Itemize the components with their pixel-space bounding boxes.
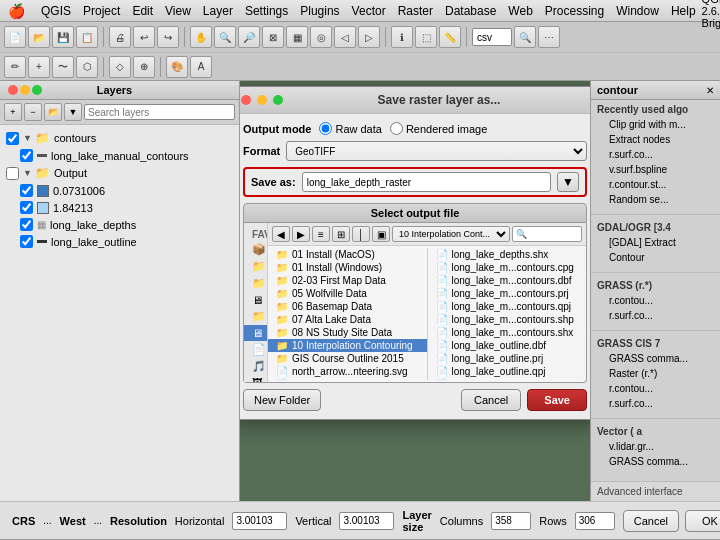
fb-desktop[interactable]: 🖥Desktop bbox=[244, 325, 267, 341]
tb-zoom-in-btn[interactable]: 🔍 bbox=[214, 26, 236, 48]
fb-rfile-contours-dbf[interactable]: 📄long_lake_m...contours.dbf bbox=[428, 274, 587, 287]
layer-remove-btn[interactable]: − bbox=[24, 103, 42, 121]
rp-clip-grid[interactable]: Clip grid with m... bbox=[597, 117, 714, 132]
dialog-max-btn[interactable] bbox=[273, 95, 283, 105]
fb-file-07alta[interactable]: 📁07 Alta Lake Data bbox=[268, 313, 427, 326]
rp-grass-rsurf[interactable]: r.surf.co... bbox=[597, 308, 714, 323]
fb-rfile-contours-shp[interactable]: 📄long_lake_m...contours.shp bbox=[428, 313, 587, 326]
fb-applications[interactable]: 📁Applications bbox=[244, 308, 267, 325]
rp-advanced[interactable]: Advanced interface bbox=[591, 481, 720, 501]
fb-pictures[interactable]: 🖼Pictures bbox=[244, 375, 267, 382]
tb-edit-btn[interactable]: ✏ bbox=[4, 56, 26, 78]
rp-gdal-extract[interactable]: [GDAL] Extract bbox=[597, 235, 714, 250]
tb-digitize-btn[interactable]: ◇ bbox=[109, 56, 131, 78]
fb-rfile-outline-qpj[interactable]: 📄long_lake_outline.qpj bbox=[428, 365, 587, 378]
fb-documents[interactable]: 📄Documents bbox=[244, 341, 267, 358]
tb-zoom-full-btn[interactable]: ⊠ bbox=[262, 26, 284, 48]
fb-path-dropdown[interactable]: 10 Interpolation Cont... bbox=[392, 226, 510, 242]
menu-view[interactable]: View bbox=[165, 4, 191, 18]
tb-pan-btn[interactable]: ✋ bbox=[190, 26, 212, 48]
fb-forward-btn[interactable]: ▶ bbox=[292, 226, 310, 242]
rp-grass-rcontour[interactable]: r.contou... bbox=[597, 293, 714, 308]
rp-grass-commands[interactable]: GRASS comma... bbox=[597, 454, 714, 469]
layer-item-value2[interactable]: 1.84213 bbox=[0, 199, 239, 216]
browse-btn[interactable]: ▼ bbox=[557, 172, 579, 192]
fb-view-col-btn[interactable]: │ bbox=[352, 226, 370, 242]
dialog-save-button[interactable]: Save bbox=[527, 389, 587, 411]
fb-rfile-outline-dbf[interactable]: 📄long_lake_outline.dbf bbox=[428, 339, 587, 352]
fb-rfile-contours-shx[interactable]: 📄long_lake_m...contours.shx bbox=[428, 326, 587, 339]
close-btn[interactable] bbox=[8, 85, 18, 95]
dialog-min-btn[interactable] bbox=[257, 95, 267, 105]
tb-print-btn[interactable]: 🖨 bbox=[109, 26, 131, 48]
tb-zoom-out-btn[interactable]: 🔎 bbox=[238, 26, 260, 48]
rendered-radio[interactable] bbox=[390, 122, 403, 135]
menu-layer[interactable]: Layer bbox=[203, 4, 233, 18]
layer-checkbox-outline[interactable] bbox=[20, 235, 33, 248]
rendered-image-option[interactable]: Rendered image bbox=[390, 122, 487, 135]
menu-qgis[interactable]: QGIS bbox=[41, 4, 71, 18]
fb-file-02map[interactable]: 📁02-03 First Map Data bbox=[268, 274, 427, 287]
layer-open-btn[interactable]: 📂 bbox=[44, 103, 62, 121]
rp-random-se[interactable]: Random se... bbox=[597, 192, 714, 207]
fb-view-list-btn[interactable]: ≡ bbox=[312, 226, 330, 242]
horizontal-input[interactable] bbox=[232, 512, 287, 530]
menu-web[interactable]: Web bbox=[508, 4, 532, 18]
layer-checkbox-contours[interactable] bbox=[6, 132, 19, 145]
menu-raster[interactable]: Raster bbox=[398, 4, 433, 18]
fb-rfile-contours-cpg[interactable]: 📄long_lake_m...contours.cpg bbox=[428, 261, 587, 274]
tb-measure-btn[interactable]: 📏 bbox=[439, 26, 461, 48]
tb-select-btn[interactable]: ⬚ bbox=[415, 26, 437, 48]
menu-vector[interactable]: Vector bbox=[352, 4, 386, 18]
tb-add-point-btn[interactable]: + bbox=[28, 56, 50, 78]
rp-grass7-raster[interactable]: Raster (r.*) bbox=[597, 366, 714, 381]
layer-checkbox-value2[interactable] bbox=[20, 201, 33, 214]
tb-save-as-btn[interactable]: 📋 bbox=[76, 26, 98, 48]
layer-item-contours[interactable]: ▼ 📁 contours bbox=[0, 129, 239, 147]
layer-search-input[interactable] bbox=[84, 104, 235, 120]
tb-new-btn[interactable]: 📄 bbox=[4, 26, 26, 48]
layer-item-output[interactable]: ▼ 📁 Output bbox=[0, 164, 239, 182]
minimize-btn[interactable] bbox=[20, 85, 30, 95]
vertical-input[interactable] bbox=[339, 512, 394, 530]
apple-menu[interactable]: 🍎 bbox=[8, 3, 25, 19]
layer-checkbox-depths[interactable] bbox=[20, 218, 33, 231]
fb-rfile-outline-prj[interactable]: 📄long_lake_outline.prj bbox=[428, 352, 587, 365]
menu-processing[interactable]: Processing bbox=[545, 4, 604, 18]
rows-input[interactable] bbox=[575, 512, 615, 530]
tb-add-poly-btn[interactable]: ⬡ bbox=[76, 56, 98, 78]
fb-file-01install-win[interactable]: 📁01 Install (Windows) bbox=[268, 261, 427, 274]
tb-open-btn[interactable]: 📂 bbox=[28, 26, 50, 48]
fb-rfile-outline-shp[interactable]: 📄long_lake_outline.shp bbox=[428, 378, 587, 380]
bottom-ok-button[interactable]: OK bbox=[685, 510, 720, 532]
fb-file-01install-macos[interactable]: 📁01 Install (MacOS) bbox=[268, 248, 427, 261]
layer-item-manual-contours[interactable]: long_lake_manual_contours bbox=[0, 147, 239, 164]
bottom-cancel-button[interactable]: Cancel bbox=[623, 510, 679, 532]
rp-rsurf[interactable]: r.surf.co... bbox=[597, 147, 714, 162]
fb-file-northarrow1[interactable]: 📄north_arrow...nteering.svg bbox=[268, 365, 427, 378]
fb-dropbox[interactable]: 📦Dropbox bbox=[244, 241, 267, 258]
tb-more-btn[interactable]: ⋯ bbox=[538, 26, 560, 48]
layer-checkbox-manual-contours[interactable] bbox=[20, 149, 33, 162]
tb-zoom-next-btn[interactable]: ▷ bbox=[358, 26, 380, 48]
raw-data-option[interactable]: Raw data bbox=[319, 122, 381, 135]
tb-zoom-sel-btn[interactable]: ◎ bbox=[310, 26, 332, 48]
columns-input[interactable] bbox=[491, 512, 531, 530]
menu-help[interactable]: Help bbox=[671, 4, 696, 18]
rp-vlidar[interactable]: v.lidar.gr... bbox=[597, 439, 714, 454]
layer-item-value1[interactable]: 0.0731006 bbox=[0, 182, 239, 199]
fb-rfile-contours-qpj[interactable]: 📄long_lake_m...contours.qpj bbox=[428, 300, 587, 313]
fb-file-06basemap[interactable]: 📁06 Basemap Data bbox=[268, 300, 427, 313]
rp-grass7-rsurf[interactable]: r.surf.co... bbox=[597, 396, 714, 411]
fb-file-08ns[interactable]: 📁08 NS Study Site Data bbox=[268, 326, 427, 339]
layer-filter-btn[interactable]: ▼ bbox=[64, 103, 82, 121]
expand-output[interactable]: ▼ bbox=[23, 168, 33, 178]
tb-identify-btn[interactable]: ℹ bbox=[391, 26, 413, 48]
tb-label-btn[interactable]: A bbox=[190, 56, 212, 78]
save-as-input[interactable] bbox=[302, 172, 551, 192]
rp-vsurf-bspline[interactable]: v.surf.bspline bbox=[597, 162, 714, 177]
layer-item-depths[interactable]: ▦ long_lake_depths bbox=[0, 216, 239, 233]
menu-plugins[interactable]: Plugins bbox=[300, 4, 339, 18]
tb-zoom-prev-btn[interactable]: ◁ bbox=[334, 26, 356, 48]
dialog-cancel-button[interactable]: Cancel bbox=[461, 389, 521, 411]
